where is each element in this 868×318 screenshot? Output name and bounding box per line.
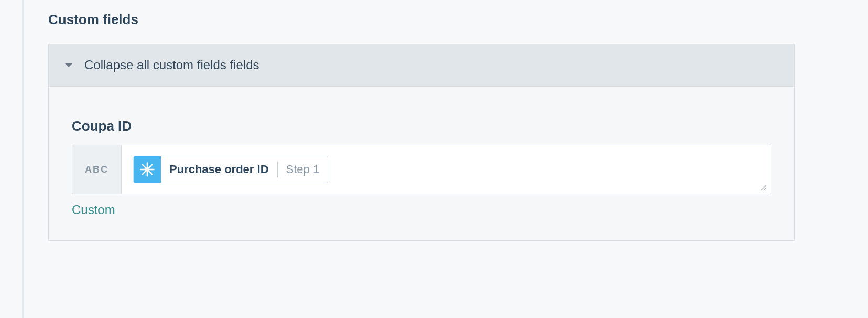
custom-link[interactable]: Custom <box>72 203 771 217</box>
panel-body: Coupa ID ABC <box>49 87 794 240</box>
resize-handle-icon <box>760 184 767 192</box>
chevron-down-icon <box>64 63 73 67</box>
coupa-id-input-row: ABC <box>72 145 771 194</box>
collapse-all-bar[interactable]: Collapse all custom fields fields <box>49 44 794 87</box>
panel-left-border <box>22 0 24 318</box>
collapse-all-label: Collapse all custom fields fields <box>84 58 259 72</box>
svg-line-6 <box>764 188 766 190</box>
coupa-id-input[interactable]: Purchase order ID Step 1 <box>122 145 771 194</box>
svg-point-4 <box>145 167 149 172</box>
snowflake-icon <box>134 156 161 183</box>
svg-line-5 <box>761 185 766 190</box>
field-label-coupa-id: Coupa ID <box>72 118 771 134</box>
custom-fields-panel: Collapse all custom fields fields Coupa … <box>48 44 795 241</box>
field-type-badge-text: ABC <box>72 145 122 194</box>
data-pill-step: Step 1 <box>278 163 328 176</box>
section-title: Custom fields <box>48 12 795 28</box>
data-pill-purchase-order-id[interactable]: Purchase order ID Step 1 <box>133 156 328 183</box>
content-region: Custom fields Collapse all custom fields… <box>0 0 868 241</box>
data-pill-label: Purchase order ID <box>161 163 277 176</box>
